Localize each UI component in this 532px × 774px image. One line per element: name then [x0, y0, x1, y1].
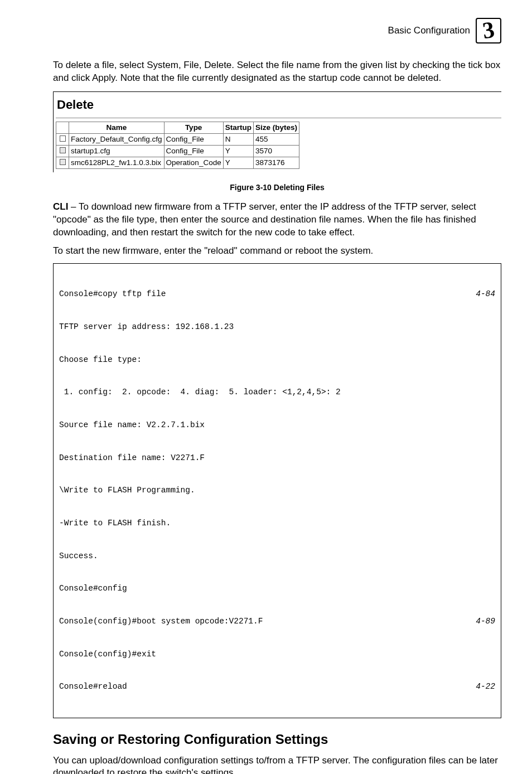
cell-name: smc6128PL2_fw1.1.0.3.bix [69, 157, 165, 169]
col-name: Name [69, 122, 165, 133]
cli-line: -Write to FLASH finish. [59, 518, 495, 529]
cli-line: Console#config [59, 583, 495, 594]
file-table: Name Type Startup Size (bytes) Factory_D… [56, 122, 299, 170]
section-heading: Saving or Restoring Configuration Settin… [53, 731, 501, 748]
row-checkbox[interactable] [60, 159, 66, 165]
cli-output-box: Console#copy tftp file4-84 TFTP server i… [53, 263, 501, 718]
cell-size: 3570 [253, 146, 299, 157]
cli-line: Console#copy tftp file4-84 [59, 289, 495, 300]
cli-rest: – To download new firmware from a TFTP s… [53, 201, 476, 238]
cli-line: Source file name: V2.2.7.1.bix [59, 420, 495, 431]
cli-line: 1. config: 2. opcode: 4. diag: 5. loader… [59, 387, 495, 398]
col-type: Type [164, 122, 223, 133]
panel-divider [56, 118, 501, 118]
intro-paragraph: To delete a file, select System, File, D… [53, 59, 501, 85]
cell-startup: Y [223, 157, 253, 169]
delete-panel: Delete Name Type Startup Size (bytes) Fa… [53, 91, 501, 173]
cell-size: 3873176 [253, 157, 299, 169]
section-paragraph: You can upload/download configuration se… [53, 754, 501, 774]
cell-startup: N [223, 133, 253, 145]
cli-lead: CLI [53, 201, 68, 212]
cli-line: Destination file name: V2271.F [59, 453, 495, 464]
cell-type: Config_File [164, 133, 223, 145]
row-checkbox[interactable] [60, 147, 66, 153]
delete-panel-title: Delete [57, 96, 501, 113]
cell-type: Config_File [164, 146, 223, 157]
col-startup: Startup [223, 122, 253, 133]
row-checkbox[interactable] [60, 136, 66, 142]
cli-line: TFTP server ip address: 192.168.1.23 [59, 322, 495, 333]
chapter-number: 3 [481, 19, 496, 42]
col-size: Size (bytes) [253, 122, 299, 133]
cell-startup: Y [223, 146, 253, 157]
cli-line: Console(config)#boot system opcode:V2271… [59, 616, 495, 627]
cli-paragraph: CLI – To download new firmware from a TF… [53, 201, 501, 239]
cell-type: Operation_Code [164, 157, 223, 169]
table-row: startup1.cfg Config_File Y 3570 [56, 146, 299, 157]
figure-caption: Figure 3-10 Deleting Files [53, 182, 501, 193]
cell-name: Factory_Default_Config.cfg [69, 133, 165, 145]
col-checkbox [56, 122, 69, 133]
cli-line: Console(config)#exit [59, 649, 495, 660]
table-row: smc6128PL2_fw1.1.0.3.bix Operation_Code … [56, 157, 299, 169]
cli-line: Choose file type: [59, 355, 495, 366]
cell-name: startup1.cfg [69, 146, 165, 157]
table-row: Factory_Default_Config.cfg Config_File N… [56, 133, 299, 145]
page-header: Basic Configuration 3 [53, 18, 501, 43]
start-firmware-paragraph: To start the new firmware, enter the "re… [53, 245, 501, 258]
cli-line: Success. [59, 551, 495, 562]
cli-line: \Write to FLASH Programming. [59, 485, 495, 496]
chapter-badge: 3 [476, 18, 501, 43]
header-title: Basic Configuration [388, 25, 470, 37]
cell-size: 455 [253, 133, 299, 145]
cli-line: Console#reload4-22 [59, 681, 495, 693]
table-header-row: Name Type Startup Size (bytes) [56, 122, 299, 133]
